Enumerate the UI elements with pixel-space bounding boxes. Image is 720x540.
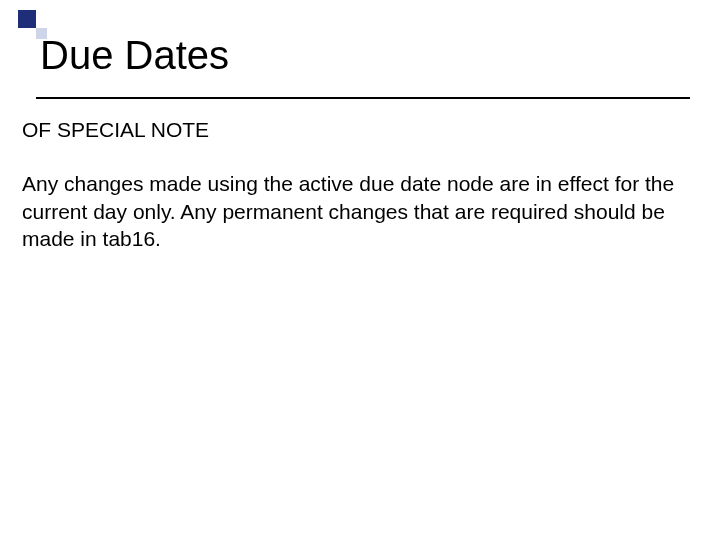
slide-body: OF SPECIAL NOTE Any changes made using t… (22, 118, 682, 253)
subheading: OF SPECIAL NOTE (22, 118, 682, 142)
square-bullet-icon (18, 10, 36, 28)
slide-title: Due Dates (40, 33, 229, 78)
slide: Due Dates OF SPECIAL NOTE Any changes ma… (0, 0, 720, 540)
body-paragraph: Any changes made using the active due da… (22, 170, 682, 253)
title-underline (36, 97, 690, 99)
